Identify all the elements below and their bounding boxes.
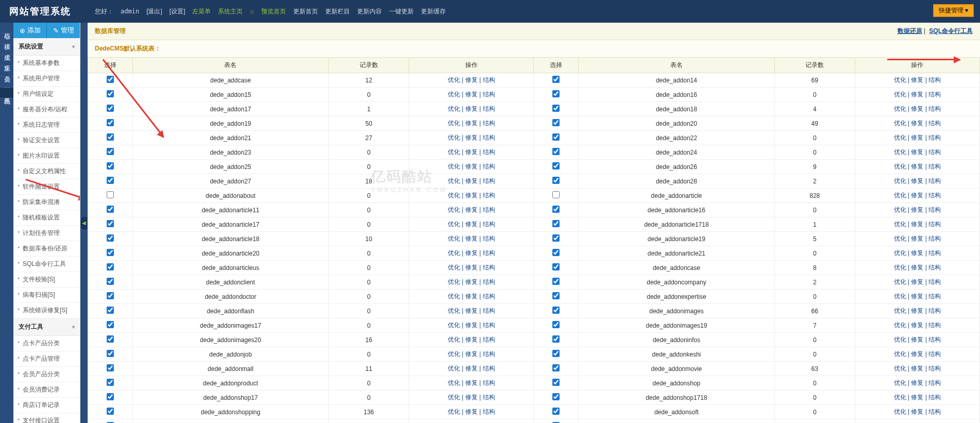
row-checkbox[interactable]: [107, 278, 114, 285]
op-links[interactable]: 优化 | 修复 | 结构: [894, 76, 941, 83]
left-tab-系统[interactable]: 系统: [0, 88, 13, 98]
op-links[interactable]: 优化 | 修复 | 结构: [894, 365, 941, 372]
op-links[interactable]: 优化 | 修复 | 结构: [894, 192, 941, 199]
row-checkbox[interactable]: [552, 278, 560, 285]
op-links[interactable]: 优化 | 修复 | 结构: [894, 134, 941, 141]
sidebar-item[interactable]: 病毒扫描[S]: [13, 287, 80, 303]
update-column-link[interactable]: 更新栏目: [322, 5, 353, 18]
sidebar-item[interactable]: 支付接口设置: [13, 413, 80, 423]
sidebar-group-payment-tools[interactable]: 支付工具 ▾: [13, 318, 80, 336]
op-links[interactable]: 优化 | 修复 | 结构: [894, 148, 941, 156]
row-checkbox[interactable]: [107, 350, 114, 357]
row-checkbox[interactable]: [107, 191, 114, 198]
sidebar-toggle-handle[interactable]: ◀: [80, 23, 88, 423]
op-links[interactable]: 优化 | 修复 | 结构: [448, 408, 495, 415]
sidebar-item[interactable]: 系统用户管理: [13, 71, 80, 87]
op-links[interactable]: 优化 | 修复 | 结构: [448, 192, 495, 199]
row-checkbox[interactable]: [552, 307, 560, 314]
row-checkbox[interactable]: [552, 379, 560, 386]
row-checkbox[interactable]: [107, 162, 114, 170]
row-checkbox[interactable]: [107, 292, 114, 299]
row-checkbox[interactable]: [107, 321, 114, 328]
op-links[interactable]: 优化 | 修复 | 结构: [448, 105, 495, 112]
manage-button[interactable]: ✎ 管理: [47, 23, 80, 38]
op-links[interactable]: 优化 | 修复 | 结构: [448, 336, 495, 343]
sidebar-group-system-settings[interactable]: 系统设置 ▾: [13, 38, 80, 56]
row-checkbox[interactable]: [107, 133, 114, 141]
row-checkbox[interactable]: [107, 119, 114, 126]
sidebar-item[interactable]: 会员消费记录: [13, 382, 80, 398]
row-checkbox[interactable]: [552, 234, 560, 242]
sidebar-item[interactable]: 系统错误修复[S]: [13, 303, 80, 318]
left-tab-核心[interactable]: 核心: [0, 23, 13, 33]
preview-home-link[interactable]: 预览首页: [258, 5, 289, 18]
op-links[interactable]: 优化 | 修复 | 结构: [448, 379, 495, 386]
row-checkbox[interactable]: [552, 292, 560, 299]
row-checkbox[interactable]: [552, 148, 560, 155]
sidebar-item[interactable]: 系统基本参数: [13, 56, 80, 71]
sidebar-item[interactable]: 图片水印设置: [13, 148, 80, 164]
row-checkbox[interactable]: [552, 350, 560, 357]
logout-link[interactable]: [退出]: [143, 5, 165, 18]
op-links[interactable]: 优化 | 修复 | 结构: [894, 91, 941, 98]
row-checkbox[interactable]: [552, 321, 560, 328]
row-checkbox[interactable]: [107, 206, 114, 213]
restore-data-link[interactable]: 数据还原: [898, 27, 922, 35]
sidebar-item[interactable]: 防采集串混淆: [13, 195, 80, 210]
row-checkbox[interactable]: [552, 90, 560, 97]
update-cache-link[interactable]: 更新缓存: [418, 5, 449, 18]
row-checkbox[interactable]: [107, 393, 114, 400]
sql-tool-link[interactable]: SQL命令行工具: [929, 27, 973, 35]
sidebar-item[interactable]: 系统日志管理: [13, 117, 80, 133]
op-links[interactable]: 优化 | 修复 | 结构: [894, 264, 941, 271]
op-links[interactable]: 优化 | 修复 | 结构: [894, 249, 941, 257]
row-checkbox[interactable]: [107, 263, 114, 270]
row-checkbox[interactable]: [552, 263, 560, 270]
op-links[interactable]: 优化 | 修复 | 结构: [448, 293, 495, 300]
sidebar-item[interactable]: 数据库备份/还原: [13, 241, 80, 257]
left-tab-采集[interactable]: 采集: [0, 55, 13, 66]
sidebar-item[interactable]: 点卡产品管理: [13, 351, 80, 367]
one-click-update-link[interactable]: 一键更新: [386, 5, 417, 18]
left-tab-会员[interactable]: 会员: [0, 66, 13, 77]
row-checkbox[interactable]: [107, 177, 114, 184]
op-links[interactable]: 优化 | 修复 | 结构: [448, 206, 495, 213]
op-links[interactable]: 优化 | 修复 | 结构: [448, 249, 495, 257]
left-tab-模板[interactable]: 模板: [0, 77, 13, 88]
settings-link[interactable]: [设置]: [166, 5, 189, 18]
update-home-link[interactable]: 更新首页: [290, 5, 321, 18]
sidebar-item[interactable]: 随机模板设置: [13, 210, 80, 226]
sidebar-item[interactable]: 计划任务管理: [13, 226, 80, 241]
op-links[interactable]: 优化 | 修复 | 结构: [448, 235, 495, 242]
op-links[interactable]: 优化 | 修复 | 结构: [448, 350, 495, 358]
sidebar-item[interactable]: 用户组设定: [13, 87, 80, 102]
sidebar-item[interactable]: 服务器分布/远程: [13, 102, 80, 117]
op-links[interactable]: 优化 | 修复 | 结构: [894, 379, 941, 386]
op-links[interactable]: 优化 | 修复 | 结构: [894, 322, 941, 329]
op-links[interactable]: 优化 | 修复 | 结构: [894, 350, 941, 358]
op-links[interactable]: 优化 | 修复 | 结构: [448, 76, 495, 83]
row-checkbox[interactable]: [107, 249, 114, 256]
row-checkbox[interactable]: [552, 206, 560, 213]
row-checkbox[interactable]: [552, 133, 560, 141]
left-tab-模块[interactable]: 模块: [0, 33, 13, 44]
sidebar-item[interactable]: 点卡产品分类: [13, 336, 80, 351]
row-checkbox[interactable]: [552, 393, 560, 400]
op-links[interactable]: 优化 | 修复 | 结构: [894, 307, 941, 314]
quick-manage-button[interactable]: 快捷管理 ▾: [933, 4, 974, 17]
op-links[interactable]: 优化 | 修复 | 结构: [894, 293, 941, 300]
op-links[interactable]: 优化 | 修复 | 结构: [448, 120, 495, 127]
op-links[interactable]: 优化 | 修复 | 结构: [448, 307, 495, 314]
row-checkbox[interactable]: [552, 335, 560, 343]
op-links[interactable]: 优化 | 修复 | 结构: [448, 365, 495, 372]
sidebar-item[interactable]: 文件校验[S]: [13, 272, 80, 287]
op-links[interactable]: 优化 | 修复 | 结构: [448, 278, 495, 285]
row-checkbox[interactable]: [552, 119, 560, 126]
op-links[interactable]: 优化 | 修复 | 结构: [448, 91, 495, 98]
sidebar-item[interactable]: SQL命令行工具: [13, 257, 80, 272]
op-links[interactable]: 优化 | 修复 | 结构: [894, 206, 941, 213]
sidebar-item[interactable]: 会员产品分类: [13, 367, 80, 382]
row-checkbox[interactable]: [107, 76, 114, 83]
row-checkbox[interactable]: [107, 379, 114, 386]
add-button[interactable]: ⊕ 添加: [13, 23, 47, 38]
